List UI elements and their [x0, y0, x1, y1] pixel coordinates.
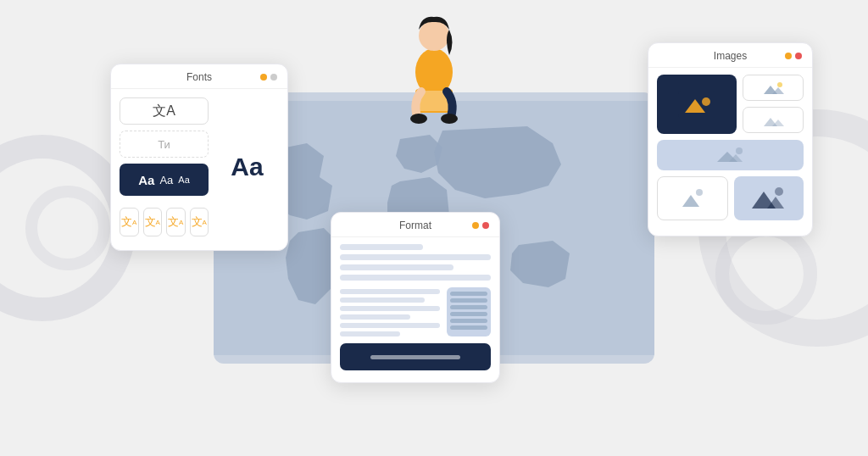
svg-point-9 — [702, 97, 710, 106]
fonts-body: 文A Ти Aa Aa Aa 文A 文A 文A 文A Aa — [111, 89, 287, 242]
mountain-icon-bl — [679, 186, 706, 210]
font-btn-1[interactable]: 文A — [120, 97, 209, 125]
svg-point-2 — [419, 20, 449, 51]
person-illustration — [383, 0, 485, 127]
font-icon-1[interactable]: 文A — [120, 208, 139, 236]
format-panel-header: Format — [331, 213, 499, 237]
svg-point-6 — [441, 114, 458, 124]
format-box-area — [340, 287, 491, 336]
image-box-bottom-left[interactable] — [657, 176, 728, 220]
format-text-line-1 — [340, 289, 440, 294]
dot-yellow — [260, 74, 267, 81]
format-sidebar-box — [447, 287, 491, 336]
svg-point-12 — [777, 82, 782, 87]
images-panel-title: Images — [676, 50, 785, 62]
dot-yellow-images — [785, 53, 792, 59]
font-icon-3[interactable]: 文A — [166, 208, 186, 236]
dot-red-images — [795, 53, 802, 59]
svg-point-17 — [736, 147, 743, 154]
images-grid — [648, 68, 812, 227]
format-panel: Format — [331, 212, 500, 383]
images-row-1 — [657, 75, 804, 134]
format-text-line-6 — [340, 331, 400, 336]
svg-point-5 — [410, 114, 427, 124]
svg-marker-18 — [682, 195, 699, 207]
format-text-line-4 — [340, 314, 410, 320]
dot-yellow-format — [472, 222, 479, 229]
fonts-panel-header: Fonts — [111, 64, 287, 89]
images-panel-header: Images — [648, 43, 812, 68]
font-icons-row: 文A 文A 文A 文A — [120, 208, 209, 236]
format-line-3 — [340, 264, 453, 270]
mountain-icon-br — [748, 183, 789, 214]
bg-circle-left-inner — [25, 186, 110, 270]
dot-gray — [270, 74, 277, 81]
format-line-1 — [340, 244, 423, 250]
font-row-dark: Aa Aa Aa — [120, 164, 209, 196]
mountain-icon-wide — [714, 145, 748, 165]
image-box-bottom-right[interactable] — [734, 176, 804, 220]
image-box-wide[interactable] — [657, 140, 804, 170]
image-box-large[interactable] — [657, 75, 737, 134]
images-panel: Images — [648, 42, 813, 236]
format-text-line-2 — [340, 298, 425, 303]
format-lines — [340, 244, 491, 281]
fonts-left: 文A Ти Aa Aa Aa 文A 文A 文A 文A — [120, 97, 209, 236]
format-panel-title: Format — [359, 220, 472, 231]
format-text-lines — [340, 287, 440, 336]
format-text-line-5 — [340, 323, 440, 328]
format-line-4 — [340, 275, 491, 281]
images-right-col — [743, 75, 804, 134]
format-panel-dots — [472, 222, 489, 229]
image-box-small-2[interactable] — [743, 107, 804, 133]
dot-red-format — [482, 222, 489, 229]
mountain-icon-small-2 — [761, 112, 785, 129]
images-panel-dots — [785, 53, 802, 59]
image-box-small-1[interactable] — [743, 75, 804, 101]
fonts-panel: Fonts 文A Ти Aa Aa Aa 文A 文A 文A 文A — [110, 64, 288, 251]
fonts-panel-dots — [260, 74, 277, 81]
mountain-icon-small-1 — [761, 80, 785, 97]
font-aa-display: Aa — [231, 153, 263, 181]
svg-point-19 — [696, 189, 703, 196]
font-btn-2[interactable]: Ти — [120, 131, 209, 158]
format-body — [331, 237, 499, 374]
font-icon-4[interactable]: 文A — [190, 208, 209, 236]
format-text-line-3 — [340, 306, 440, 311]
images-row-3 — [657, 176, 804, 220]
format-dark-button[interactable] — [340, 343, 491, 370]
bg-circle-right-small — [715, 223, 817, 325]
format-line-2 — [340, 254, 491, 260]
mountain-icon-large — [678, 91, 715, 118]
font-icon-2[interactable]: 文A — [143, 208, 163, 236]
fonts-right: Aa — [215, 97, 279, 236]
svg-point-22 — [775, 187, 783, 196]
fonts-panel-title: Fonts — [138, 71, 260, 83]
